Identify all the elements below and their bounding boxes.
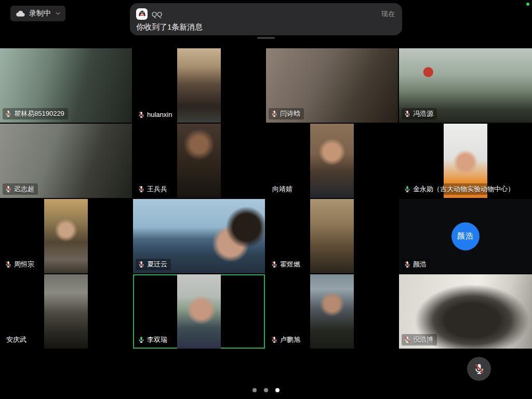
participant-label: 卢鹏旭 [269, 334, 304, 345]
video-feed [44, 199, 88, 273]
video-feed [44, 274, 88, 349]
participant-name: 向靖婧 [272, 184, 292, 194]
participant-name: 闫诗晗 [280, 109, 300, 118]
participant-tile[interactable]: 王兵兵 [133, 124, 265, 198]
video-feed [310, 199, 354, 273]
mic-muted-icon [138, 185, 145, 193]
mic-muted-icon [473, 363, 485, 375]
mic-muted-icon [271, 336, 278, 343]
participant-tile[interactable]: 夏迁云 [133, 199, 265, 273]
participant-label: 瞿林易85190229 [3, 108, 68, 119]
participant-name: 倪浩博 [413, 335, 433, 344]
mic-muted-icon [138, 111, 145, 118]
page-dot-active[interactable] [275, 388, 280, 392]
notification-app-name: QQ [152, 10, 377, 18]
notification-message: 你收到了1条新消息 [136, 22, 395, 32]
qq-app-icon [136, 8, 148, 20]
pagination [0, 385, 532, 394]
participant-name: 瞿林易85190229 [14, 109, 64, 118]
participant-name: 迟志超 [14, 184, 34, 194]
mic-muted-icon [404, 261, 411, 268]
participant-tile[interactable]: 冯浩源 [399, 48, 532, 123]
participant-name: hulanxin [147, 111, 172, 118]
participant-label: hulanxin [136, 110, 176, 119]
participant-label: 迟志超 [3, 183, 38, 195]
participant-tile[interactable]: 卢鹏旭 [266, 274, 398, 349]
participant-label: 王兵兵 [136, 183, 171, 195]
participant-name: 霍煜燃 [280, 260, 300, 269]
participant-label: 霍煜燃 [269, 259, 304, 270]
mic-muted-icon [5, 261, 12, 268]
cloud-recording-icon [16, 10, 25, 17]
recording-indicator[interactable]: 录制中 [10, 6, 65, 21]
meeting-window: 录制中 QQ 现在 你收到了1条新消息 瞿林易85190229 hulanxin [0, 0, 532, 399]
page-dot[interactable] [264, 388, 268, 392]
video-feed [310, 274, 354, 349]
participant-label: 颜浩 [402, 259, 430, 270]
qq-notification-banner[interactable]: QQ 现在 你收到了1条新消息 [130, 3, 402, 35]
mic-muted-icon [5, 185, 12, 193]
participant-tile[interactable]: 安庆武 [0, 274, 132, 349]
mic-muted-icon [404, 336, 411, 343]
mic-on-icon [138, 336, 145, 343]
participant-label: 周恒宗 [3, 259, 38, 270]
participant-name: 颜浩 [413, 260, 427, 269]
participant-tile[interactable]: 霍煜燃 [266, 199, 398, 273]
mic-muted-icon [138, 261, 145, 268]
mute-toggle-button[interactable] [467, 357, 491, 381]
participant-label: 金永勋（吉大动物实验动物中心） [402, 183, 518, 195]
participant-name: 夏迁云 [147, 260, 167, 269]
notification-grabber [257, 37, 275, 39]
participant-grid: 瞿林易85190229 hulanxin 闫诗晗 冯浩源 [0, 48, 532, 349]
participant-tile-active-speaker[interactable]: 李双瑞 [133, 274, 265, 349]
camera-active-indicator [526, 3, 529, 6]
mic-on-icon [404, 185, 411, 193]
video-feed [177, 48, 221, 123]
participant-tile[interactable]: 闫诗晗 [266, 48, 398, 123]
participant-label: 向靖婧 [269, 183, 296, 195]
page-dot[interactable] [252, 388, 257, 392]
participant-name: 卢鹏旭 [280, 335, 300, 344]
participant-label: 李双瑞 [136, 334, 171, 345]
participant-tile[interactable]: 金永勋（吉大动物实验动物中心） [399, 124, 532, 198]
participant-tile[interactable]: 周恒宗 [0, 199, 132, 273]
video-feed [177, 124, 221, 198]
video-feed [177, 274, 221, 349]
mic-muted-icon [404, 110, 411, 117]
participant-name: 王兵兵 [147, 184, 167, 194]
participant-tile[interactable]: 迟志超 [0, 124, 132, 198]
participant-name: 李双瑞 [147, 335, 167, 344]
avatar: 颜浩 [451, 222, 480, 250]
participant-tile[interactable]: 倪浩博 [399, 274, 532, 349]
mic-muted-icon [5, 110, 12, 117]
participant-tile[interactable]: 颜浩 颜浩 [399, 199, 532, 273]
participant-name: 冯浩源 [413, 109, 433, 118]
participant-label: 夏迁云 [136, 259, 171, 270]
participant-name: 安庆武 [6, 335, 26, 344]
video-feed [310, 124, 354, 198]
participant-tile[interactable]: 向靖婧 [266, 124, 398, 198]
participant-name: 周恒宗 [14, 260, 34, 269]
mic-muted-icon [271, 110, 278, 117]
participant-label: 倪浩博 [402, 334, 437, 345]
notification-time: 现在 [381, 9, 395, 19]
mic-muted-icon [271, 261, 278, 268]
participant-tile[interactable]: 瞿林易85190229 [0, 48, 132, 123]
recording-label: 录制中 [29, 9, 51, 18]
participant-tile[interactable]: hulanxin [133, 48, 265, 123]
chevron-down-icon [56, 12, 60, 15]
participant-label: 闫诗晗 [269, 108, 304, 119]
participant-label: 冯浩源 [402, 108, 437, 119]
participant-label: 安庆武 [3, 334, 30, 345]
participant-name: 金永勋（吉大动物实验动物中心） [413, 184, 514, 194]
